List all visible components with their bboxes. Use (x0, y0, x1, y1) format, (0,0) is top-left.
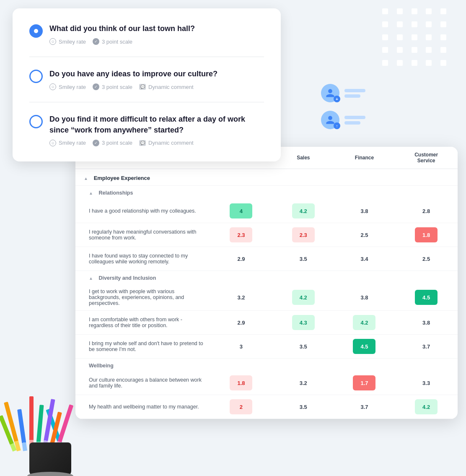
plus-badge: + (334, 96, 340, 102)
radio-selected-1[interactable] (29, 24, 43, 38)
cell-finance-8: 3.7 (334, 395, 395, 419)
table-row: I am comfortable with others from work -… (75, 311, 458, 335)
cell-sales-1: 4.2 (273, 199, 334, 223)
smiley-icon-3: ☺ (49, 140, 56, 146)
cell-finance-5: 4.2 (334, 311, 395, 335)
check-icon-3: ✓ (93, 140, 99, 146)
dot-grid-decoration (378, 4, 453, 71)
col-header-finance: Finance (334, 147, 395, 169)
survey-question-3: Do you find it more difficult to relax a… (29, 114, 264, 146)
line-bar-4 (344, 121, 360, 125)
row-label-4: I get to work with people with various b… (75, 284, 210, 311)
results-table: Marketing Sales Finance CustomerService … (75, 147, 458, 419)
icon-row-1: + (321, 84, 365, 102)
cell-cs-1: 2.8 (395, 199, 458, 223)
divider-2 (29, 102, 264, 102)
table-row: I bring my whole self and don't have to … (75, 335, 458, 359)
cell-cs-5: 3.8 (395, 311, 458, 335)
subsection-header-relationships: ▲ Relationships (75, 186, 458, 200)
tag-check-label-2: 3 point scale (102, 84, 132, 90)
cell-cs-4: 4.5 (395, 284, 458, 311)
subsection-header-diversity: ▲ Diversity and Inclusion (75, 271, 458, 285)
tag-check-1: ✓ 3 point scale (93, 38, 132, 45)
cell-cs-7: 3.3 (395, 371, 458, 395)
cell-finance-1: 3.8 (334, 199, 395, 223)
tag-smiley-3: ☺ Smiley rate (49, 140, 86, 146)
check-icon-2: ✓ (93, 83, 99, 90)
row-label-7: Our culture encourages a balance between… (75, 371, 210, 395)
col-header-sales: Sales (273, 147, 334, 169)
line-bar-1 (344, 89, 365, 92)
cell-cs-8: 4.2 (395, 395, 458, 419)
row-label-3: I have found ways to stay connected to m… (75, 247, 210, 271)
cell-marketing-7: 1.8 (210, 371, 273, 395)
cell-cs-2: 1.8 (395, 223, 458, 247)
cell-sales-8: 3.5 (273, 395, 334, 419)
cell-marketing-3: 2.9 (210, 247, 273, 271)
up-badge: ↑ (334, 122, 340, 129)
cell-marketing-8: 2 (210, 395, 273, 419)
comment-icon-3: 💬 (139, 140, 146, 146)
tag-smiley-label-3: Smiley rate (59, 140, 86, 146)
radio-unselected-3[interactable] (29, 115, 43, 128)
question-content-3: Do you find it more difficult to relax a… (49, 114, 264, 146)
question-tags-3: ☺ Smiley rate ✓ 3 point scale 💬 Dynamic … (49, 140, 264, 146)
comment-icon-2: 💬 (139, 84, 146, 90)
tag-comment-label-3: Dynamic comment (148, 140, 194, 146)
table-row: I have found ways to stay connected to m… (75, 247, 458, 271)
check-icon-1: ✓ (93, 38, 99, 45)
question-text-1: What did you think of our last town hall… (49, 23, 195, 34)
icons-panel: + ↑ (321, 84, 365, 138)
tag-check-label-1: 3 point scale (102, 39, 132, 45)
col-header-customer-service: CustomerService (395, 147, 458, 169)
cell-sales-5: 4.3 (273, 311, 334, 335)
cell-sales-2: 2.3 (273, 223, 334, 247)
cell-marketing-1: 4 (210, 199, 273, 223)
cell-finance-3: 3.4 (334, 247, 395, 271)
cell-sales-4: 4.2 (273, 284, 334, 311)
row-label-2: I regularly have meaningful conversation… (75, 223, 210, 247)
row-label-8: My health and wellbeing matter to my man… (75, 395, 210, 419)
cell-marketing-2: 2.3 (210, 223, 273, 247)
question-tags-2: ☺ Smiley rate ✓ 3 point scale 💬 Dynamic … (49, 83, 217, 90)
cell-marketing-6: 3 (210, 335, 273, 359)
tag-comment-2: 💬 Dynamic comment (139, 83, 194, 90)
tag-comment-label-2: Dynamic comment (148, 84, 194, 90)
tag-smiley-label-2: Smiley rate (59, 84, 86, 90)
subsection-collapse-arrow-diversity[interactable]: ▲ (89, 276, 95, 282)
cell-sales-7: 3.2 (273, 371, 334, 395)
question-text-2: Do you have any ideas to improve our cul… (49, 69, 217, 79)
survey-card: What did you think of our last town hall… (13, 8, 281, 161)
tag-smiley-2: ☺ Smiley rate (49, 83, 86, 90)
table-row: I have a good relationship with my colle… (75, 199, 458, 223)
line-bar-2 (344, 94, 360, 98)
icon-row-2: ↑ (321, 111, 365, 129)
lines-decoration-2 (344, 116, 365, 125)
tag-check-3: ✓ 3 point scale (93, 140, 132, 146)
cell-cs-6: 3.7 (395, 335, 458, 359)
subsection-collapse-arrow-relationships[interactable]: ▲ (89, 191, 95, 197)
question-text-3: Do you find it more difficult to relax a… (49, 114, 264, 135)
question-tags-1: ☺ Smiley rate ✓ 3 point scale (49, 38, 195, 45)
section-collapse-arrow[interactable]: ▲ (84, 176, 90, 182)
cell-finance-2: 2.5 (334, 223, 395, 247)
lines-decoration-1 (344, 89, 365, 98)
cup-body (29, 442, 71, 476)
row-label-6: I bring my whole self and don't have to … (75, 335, 210, 359)
cell-finance-7: 1.7 (334, 371, 395, 395)
question-content-2: Do you have any ideas to improve our cul… (49, 69, 217, 90)
table-row: I regularly have meaningful conversation… (75, 223, 458, 247)
question-content-1: What did you think of our last town hall… (49, 23, 195, 45)
cell-marketing-5: 2.9 (210, 311, 273, 335)
radio-unselected-2[interactable] (29, 70, 43, 83)
subsection-label-relationships: ▲ Relationships (75, 186, 458, 200)
section-header-employee-experience: ▲ Employee Experience (75, 169, 458, 186)
cell-finance-4: 3.8 (334, 284, 395, 311)
tag-smiley-1: ☺ Smiley rate (49, 38, 86, 45)
survey-question-2: Do you have any ideas to improve our cul… (29, 69, 264, 90)
user-plus-icon: + (321, 84, 339, 102)
cell-marketing-4: 3.2 (210, 284, 273, 311)
smiley-icon-2: ☺ (49, 83, 56, 90)
cell-cs-3: 2.5 (395, 247, 458, 271)
table-row: I get to work with people with various b… (75, 284, 458, 311)
